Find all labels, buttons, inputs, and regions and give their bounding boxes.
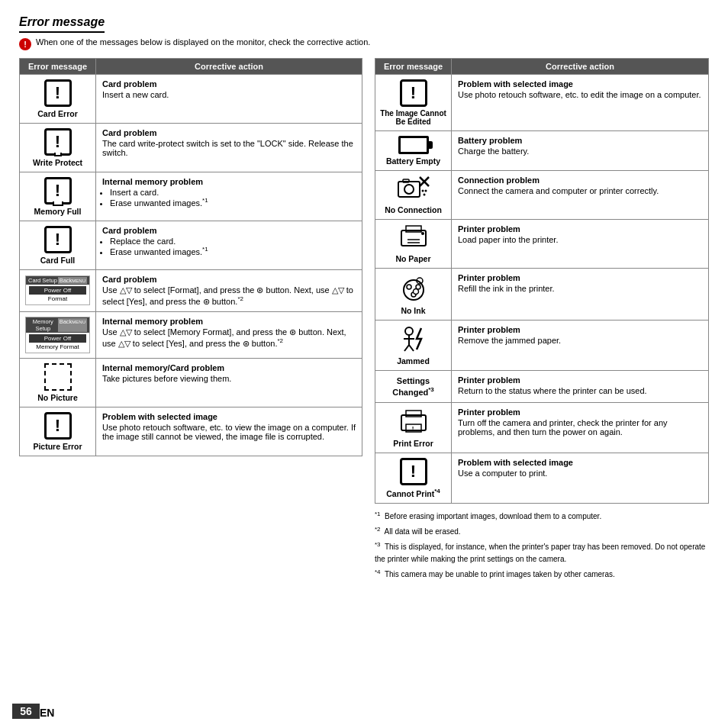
table-row: ! Cannot Print*4 Problem with selected i…	[375, 453, 709, 504]
card-error-label: ! Card Error	[23, 79, 92, 118]
table-row: No Paper Printer problem Load paper into…	[375, 220, 709, 269]
no-ink-action: Printer problem Refill the ink in the pr…	[452, 269, 709, 321]
icon-cell-no-connection: No Connection	[375, 171, 452, 220]
intro-section: ! When one of the messages below is disp…	[19, 37, 709, 50]
right-col2-header: Corrective action	[452, 59, 709, 75]
icon-cell-card-full: ! Card Full	[20, 221, 96, 270]
icon-cell-no-ink: No Ink	[375, 269, 452, 321]
right-column: Error message Corrective action ! The Im…	[375, 58, 709, 583]
table-row: No Ink Printer problem Refill the ink in…	[375, 269, 709, 321]
jammed-action: Printer problem Remove the jammed paper.	[452, 321, 709, 371]
table-row: Memory SetupBackMENU Power Off Memory Fo…	[20, 311, 362, 358]
no-connection-action: Connection problem Connect the camera an…	[452, 171, 709, 220]
table-row: ! Print Error Printer problem Turn off t…	[375, 403, 709, 453]
print-error-action: Printer problem Turn off the camera and …	[452, 403, 709, 453]
table-row: ! Picture Error Problem with selected im…	[20, 407, 362, 456]
no-paper-icon	[398, 224, 429, 252]
cannot-print-action: Problem with selected image Use a comput…	[452, 453, 709, 504]
no-connection-icon	[397, 176, 430, 203]
page-title: Error message	[19, 15, 105, 33]
no-picture-icon	[44, 363, 72, 391]
settings-changed-icon: SettingsChanged*3	[392, 375, 434, 398]
table-row: ! Write Protect Card problem The card wr…	[20, 124, 362, 172]
svg-point-5	[421, 190, 424, 192]
icon-cell-image-edit: ! The Image Cannot Be Edited	[375, 75, 452, 131]
svg-point-19	[405, 327, 413, 335]
icon-cell-battery: Battery Empty	[375, 131, 452, 171]
memory-setup-action: Internal memory problem Use △▽ to select…	[96, 311, 362, 358]
svg-point-12	[421, 232, 424, 235]
icon-cell-print-error: ! Print Error	[375, 403, 452, 453]
icon-cell-picture-error: ! Picture Error	[20, 407, 96, 456]
table-row: SettingsChanged*3 Printer problem Return…	[375, 371, 709, 403]
svg-line-22	[409, 345, 414, 351]
left-col1-header: Error message	[20, 59, 96, 75]
footnotes: *1 Before erasing important images, down…	[375, 510, 709, 580]
card-setup-menu-icon: Card SetupBackMENU Power Off Format	[25, 275, 90, 305]
svg-point-14	[407, 285, 411, 289]
write-protect-icon: !	[44, 128, 72, 156]
icon-cell-card-error: ! Card Error	[20, 75, 96, 124]
settings-changed-action: Printer problem Return to the status whe…	[452, 371, 709, 403]
icon-cell-write-protect: ! Write Protect	[20, 124, 96, 172]
table-row: ! Memory Full Internal memory problem In…	[20, 172, 362, 221]
table-row: Battery Empty Battery problem Charge the…	[375, 131, 709, 171]
card-full-icon: !	[44, 226, 72, 253]
svg-line-21	[404, 345, 409, 351]
no-ink-icon	[399, 273, 428, 304]
icon-cell-no-picture: No Picture	[20, 358, 96, 407]
footnote-1: *1 Before erasing important images, down…	[375, 510, 709, 522]
left-column: Error message Corrective action ! Card E…	[19, 58, 362, 583]
table-row: Card SetupBackMENU Power Off Format Card…	[20, 270, 362, 312]
memory-setup-menu-icon: Memory SetupBackMENU Power Off Memory Fo…	[25, 317, 90, 353]
image-edit-icon: !	[400, 79, 427, 107]
write-protect-action: Card problem The card write-protect swit…	[96, 124, 362, 172]
footnote-3: *3 This is displayed, for instance, when…	[375, 540, 709, 564]
svg-point-7	[423, 194, 425, 196]
memory-full-icon: !	[44, 177, 72, 205]
left-col2-header: Corrective action	[96, 59, 362, 75]
footnote-2: *2 All data will be erased.	[375, 525, 709, 537]
battery-empty-action: Battery problem Charge the battery.	[452, 131, 709, 171]
cannot-print-icon: !	[400, 458, 427, 485]
table-row: ! Card Error Card problem Insert a new c…	[20, 75, 362, 124]
table-row: Jammed Printer problem Remove the jammed…	[375, 321, 709, 371]
print-error-icon: !	[398, 407, 429, 436]
icon-cell-settings-changed: SettingsChanged*3	[375, 371, 452, 403]
svg-text:!: !	[411, 425, 414, 432]
memory-full-action: Internal memory problem Insert a card. E…	[96, 172, 362, 221]
main-columns: Error message Corrective action ! Card E…	[19, 58, 709, 583]
card-error-icon: !	[44, 79, 72, 107]
no-picture-action: Internal memory/Card problem Take pictur…	[96, 358, 362, 407]
card-setup-action: Card problem Use △▽ to select [Format], …	[96, 270, 362, 312]
icon-cell-jammed: Jammed	[375, 321, 452, 371]
table-row: ! The Image Cannot Be Edited Problem wit…	[375, 75, 709, 131]
picture-error-icon: !	[44, 412, 72, 440]
footnote-4: *4 This camera may be unable to print im…	[375, 568, 709, 580]
card-full-action: Card problem Replace the card. Erase unw…	[96, 221, 362, 270]
picture-error-action: Problem with selected image Use photo re…	[96, 407, 362, 456]
icon-cell-no-paper: No Paper	[375, 220, 452, 269]
jammed-icon	[398, 325, 429, 354]
page-number: 56	[12, 704, 40, 719]
svg-point-6	[424, 190, 427, 192]
image-edit-action: Problem with selected image Use photo re…	[452, 75, 709, 131]
icon-cell-memory-setup: Memory SetupBackMENU Power Off Memory Fo…	[20, 311, 96, 358]
right-col1-header: Error message	[375, 59, 452, 75]
table-row: No Connection Connection problem Connect…	[375, 171, 709, 220]
right-table: Error message Corrective action ! The Im…	[375, 58, 709, 504]
info-icon: !	[19, 38, 31, 50]
card-error-action: Card problem Insert a new card.	[96, 75, 362, 124]
icon-cell-card-setup: Card SetupBackMENU Power Off Format	[20, 270, 96, 312]
table-row: ! Card Full Card problem Replace the car…	[20, 221, 362, 270]
no-paper-action: Printer problem Load paper into the prin…	[452, 220, 709, 269]
svg-point-1	[404, 185, 414, 194]
battery-empty-icon	[398, 136, 429, 154]
page-en-label: EN	[40, 707, 54, 719]
intro-text: When one of the messages below is displa…	[36, 37, 370, 47]
icon-cell-memory-full: ! Memory Full	[20, 172, 96, 221]
svg-point-18	[413, 289, 418, 295]
left-table: Error message Corrective action ! Card E…	[19, 58, 362, 456]
icon-cell-cannot-print: ! Cannot Print*4	[375, 453, 452, 504]
table-row: No Picture Internal memory/Card problem …	[20, 358, 362, 407]
